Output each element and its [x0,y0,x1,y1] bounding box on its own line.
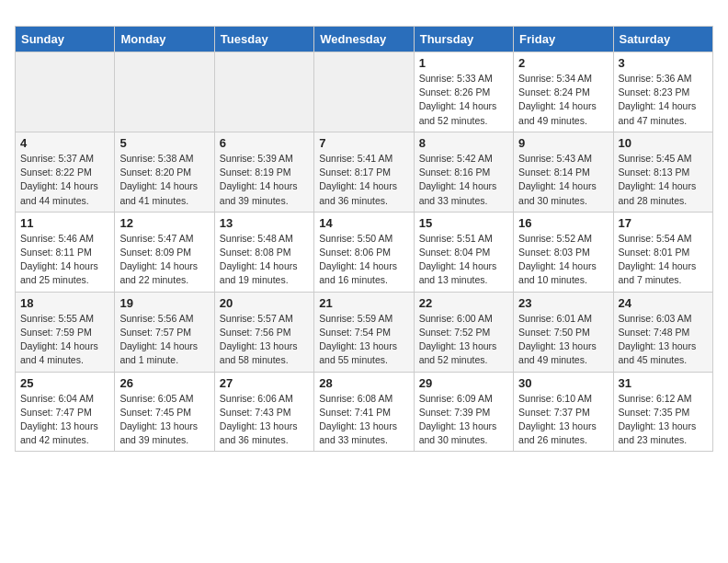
day-info: Sunrise: 5:47 AM Sunset: 8:09 PM Dayligh… [119,232,209,288]
day-number: 22 [419,296,508,310]
day-number: 2 [518,56,608,70]
calendar-cell: 7Sunrise: 5:41 AM Sunset: 8:17 PM Daylig… [314,132,414,212]
day-info: Sunrise: 5:52 AM Sunset: 8:03 PM Dayligh… [518,232,608,288]
day-number: 16 [518,216,608,230]
calendar-cell: 30Sunrise: 6:10 AM Sunset: 7:37 PM Dayli… [514,372,613,452]
day-number: 13 [220,216,309,230]
day-info: Sunrise: 5:36 AM Sunset: 8:23 PM Dayligh… [619,72,708,128]
weekday-header-friday: Friday [514,27,613,52]
calendar-cell: 25Sunrise: 6:04 AM Sunset: 7:47 PM Dayli… [16,372,115,452]
calendar-cell: 13Sunrise: 5:48 AM Sunset: 8:08 PM Dayli… [214,212,313,292]
calendar-cell: 1Sunrise: 5:33 AM Sunset: 8:26 PM Daylig… [414,52,513,132]
day-number: 10 [619,136,708,150]
day-number: 24 [619,296,708,310]
calendar-cell: 3Sunrise: 5:36 AM Sunset: 8:23 PM Daylig… [613,52,712,132]
day-info: Sunrise: 6:09 AM Sunset: 7:39 PM Dayligh… [419,392,508,448]
day-info: Sunrise: 5:46 AM Sunset: 8:11 PM Dayligh… [20,232,109,288]
calendar-cell: 2Sunrise: 5:34 AM Sunset: 8:24 PM Daylig… [514,52,613,132]
day-info: Sunrise: 5:57 AM Sunset: 7:56 PM Dayligh… [220,312,309,368]
calendar-cell: 21Sunrise: 5:59 AM Sunset: 7:54 PM Dayli… [314,292,414,372]
day-number: 1 [419,56,508,70]
day-number: 26 [119,376,209,390]
calendar-cell: 23Sunrise: 6:01 AM Sunset: 7:50 PM Dayli… [514,292,613,372]
calendar-cell: 22Sunrise: 6:00 AM Sunset: 7:52 PM Dayli… [414,292,513,372]
calendar-cell: 19Sunrise: 5:56 AM Sunset: 7:57 PM Dayli… [115,292,214,372]
day-number: 31 [619,376,708,390]
day-number: 5 [119,136,209,150]
day-info: Sunrise: 6:10 AM Sunset: 7:37 PM Dayligh… [518,392,608,448]
day-number: 15 [419,216,508,230]
day-info: Sunrise: 6:01 AM Sunset: 7:50 PM Dayligh… [518,312,608,368]
calendar-cell: 20Sunrise: 5:57 AM Sunset: 7:56 PM Dayli… [214,292,313,372]
calendar-week-row-4: 18Sunrise: 5:55 AM Sunset: 7:59 PM Dayli… [16,292,713,372]
day-info: Sunrise: 6:05 AM Sunset: 7:45 PM Dayligh… [119,392,209,448]
calendar-cell: 24Sunrise: 6:03 AM Sunset: 7:48 PM Dayli… [613,292,712,372]
day-number: 30 [518,376,608,390]
day-number: 29 [419,376,508,390]
calendar-cell: 14Sunrise: 5:50 AM Sunset: 8:06 PM Dayli… [314,212,414,292]
day-info: Sunrise: 5:54 AM Sunset: 8:01 PM Dayligh… [619,232,708,288]
calendar-cell: 12Sunrise: 5:47 AM Sunset: 8:09 PM Dayli… [115,212,214,292]
day-info: Sunrise: 6:12 AM Sunset: 7:35 PM Dayligh… [619,392,708,448]
day-info: Sunrise: 6:03 AM Sunset: 7:48 PM Dayligh… [619,312,708,368]
calendar-cell: 10Sunrise: 5:45 AM Sunset: 8:13 PM Dayli… [613,132,712,212]
calendar-cell: 27Sunrise: 6:06 AM Sunset: 7:43 PM Dayli… [214,372,313,452]
weekday-header-tuesday: Tuesday [214,27,313,52]
weekday-header-saturday: Saturday [613,27,712,52]
calendar-cell [314,52,414,132]
weekday-header-row: SundayMondayTuesdayWednesdayThursdayFrid… [16,27,713,52]
calendar-table: SundayMondayTuesdayWednesdayThursdayFrid… [15,26,713,452]
day-number: 8 [419,136,508,150]
day-info: Sunrise: 5:39 AM Sunset: 8:19 PM Dayligh… [220,152,309,208]
day-info: Sunrise: 5:59 AM Sunset: 7:54 PM Dayligh… [319,312,408,368]
day-number: 23 [518,296,608,310]
day-info: Sunrise: 5:51 AM Sunset: 8:04 PM Dayligh… [419,232,508,288]
calendar-cell [115,52,214,132]
calendar-cell [16,52,115,132]
day-info: Sunrise: 5:55 AM Sunset: 7:59 PM Dayligh… [20,312,109,368]
day-info: Sunrise: 5:38 AM Sunset: 8:20 PM Dayligh… [119,152,209,208]
weekday-header-thursday: Thursday [414,27,513,52]
calendar-cell: 16Sunrise: 5:52 AM Sunset: 8:03 PM Dayli… [514,212,613,292]
day-number: 4 [20,136,109,150]
day-info: Sunrise: 5:45 AM Sunset: 8:13 PM Dayligh… [619,152,708,208]
day-info: Sunrise: 5:41 AM Sunset: 8:17 PM Dayligh… [319,152,408,208]
day-info: Sunrise: 6:06 AM Sunset: 7:43 PM Dayligh… [220,392,309,448]
calendar-week-row-3: 11Sunrise: 5:46 AM Sunset: 8:11 PM Dayli… [16,212,713,292]
day-info: Sunrise: 5:50 AM Sunset: 8:06 PM Dayligh… [319,232,408,288]
calendar-cell: 17Sunrise: 5:54 AM Sunset: 8:01 PM Dayli… [613,212,712,292]
calendar-cell: 15Sunrise: 5:51 AM Sunset: 8:04 PM Dayli… [414,212,513,292]
calendar-cell: 29Sunrise: 6:09 AM Sunset: 7:39 PM Dayli… [414,372,513,452]
day-info: Sunrise: 5:56 AM Sunset: 7:57 PM Dayligh… [119,312,209,368]
weekday-header-sunday: Sunday [16,27,115,52]
day-info: Sunrise: 5:33 AM Sunset: 8:26 PM Dayligh… [419,72,508,128]
calendar-cell: 31Sunrise: 6:12 AM Sunset: 7:35 PM Dayli… [613,372,712,452]
day-info: Sunrise: 6:08 AM Sunset: 7:41 PM Dayligh… [319,392,408,448]
day-info: Sunrise: 6:04 AM Sunset: 7:47 PM Dayligh… [20,392,109,448]
calendar-cell: 11Sunrise: 5:46 AM Sunset: 8:11 PM Dayli… [16,212,115,292]
day-number: 6 [220,136,309,150]
weekday-header-wednesday: Wednesday [314,27,414,52]
day-number: 28 [319,376,408,390]
calendar-week-row-5: 25Sunrise: 6:04 AM Sunset: 7:47 PM Dayli… [16,372,713,452]
day-number: 27 [220,376,309,390]
calendar-cell: 9Sunrise: 5:43 AM Sunset: 8:14 PM Daylig… [514,132,613,212]
calendar-week-row-2: 4Sunrise: 5:37 AM Sunset: 8:22 PM Daylig… [16,132,713,212]
day-number: 20 [220,296,309,310]
calendar-cell: 26Sunrise: 6:05 AM Sunset: 7:45 PM Dayli… [115,372,214,452]
day-info: Sunrise: 5:43 AM Sunset: 8:14 PM Dayligh… [518,152,608,208]
day-number: 12 [119,216,209,230]
day-number: 3 [619,56,708,70]
calendar-week-row-1: 1Sunrise: 5:33 AM Sunset: 8:26 PM Daylig… [16,52,713,132]
day-info: Sunrise: 6:00 AM Sunset: 7:52 PM Dayligh… [419,312,508,368]
calendar-cell: 28Sunrise: 6:08 AM Sunset: 7:41 PM Dayli… [314,372,414,452]
day-number: 25 [20,376,109,390]
day-info: Sunrise: 5:34 AM Sunset: 8:24 PM Dayligh… [518,72,608,128]
day-info: Sunrise: 5:37 AM Sunset: 8:22 PM Dayligh… [20,152,109,208]
day-number: 11 [20,216,109,230]
day-number: 17 [619,216,708,230]
day-info: Sunrise: 5:48 AM Sunset: 8:08 PM Dayligh… [220,232,309,288]
day-number: 21 [319,296,408,310]
calendar-cell: 18Sunrise: 5:55 AM Sunset: 7:59 PM Dayli… [16,292,115,372]
calendar-cell: 4Sunrise: 5:37 AM Sunset: 8:22 PM Daylig… [16,132,115,212]
